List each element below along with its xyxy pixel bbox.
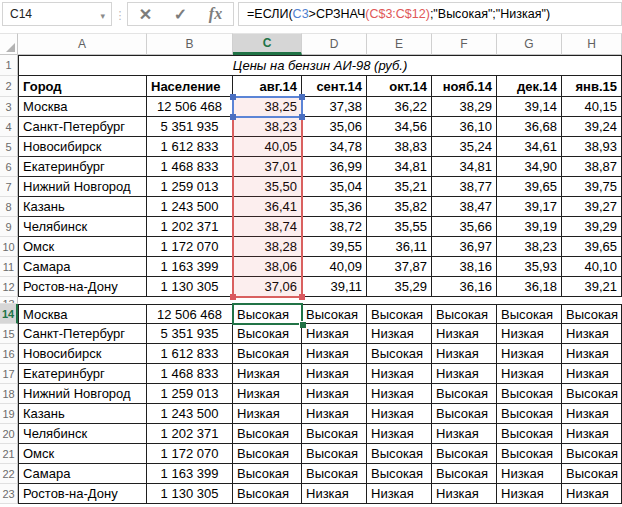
cell-D21[interactable]: Высокая: [302, 444, 367, 464]
cell-B16[interactable]: 1 612 833: [147, 344, 233, 364]
cell-C3[interactable]: 38,25: [233, 97, 302, 117]
cell-F15[interactable]: Низкая: [432, 324, 497, 344]
row-header-15[interactable]: 15: [0, 324, 18, 344]
row-header-18[interactable]: 18: [0, 384, 18, 404]
cell-D4[interactable]: 35,06: [302, 117, 367, 137]
cell-C9[interactable]: 38,74: [233, 217, 302, 237]
cell-G19[interactable]: Высокая: [497, 404, 562, 424]
cell-B23[interactable]: 1 130 305: [147, 484, 233, 504]
cell-H7[interactable]: 39,75: [562, 177, 622, 197]
cell-C16[interactable]: Высокая: [233, 344, 302, 364]
cell-G7[interactable]: 39,65: [497, 177, 562, 197]
cell-F11[interactable]: 38,16: [432, 257, 497, 277]
cell-B4[interactable]: 5 351 935: [147, 117, 233, 137]
row-header-1[interactable]: 1: [0, 55, 18, 76]
cell-E15[interactable]: Низкая: [367, 324, 432, 344]
cell-H20[interactable]: Низкая: [562, 424, 622, 444]
cell-B14[interactable]: 12 506 468: [147, 304, 233, 324]
cell-C8[interactable]: 36,41: [233, 197, 302, 217]
cell-C21[interactable]: Высокая: [233, 444, 302, 464]
cell-A6[interactable]: Екатеринбург: [18, 157, 147, 177]
row-header-13[interactable]: 13: [0, 297, 18, 304]
cell-H23[interactable]: Низкая: [562, 484, 622, 504]
cell-E18[interactable]: Низкая: [367, 384, 432, 404]
cell-G5[interactable]: 34,61: [497, 137, 562, 157]
cell-E16[interactable]: Высокая: [367, 344, 432, 364]
table-title-cell[interactable]: Цены на бензин АИ-98 (руб.): [18, 55, 622, 76]
fill-handle[interactable]: [299, 321, 306, 328]
column-header-D[interactable]: D: [302, 33, 367, 55]
cell-F8[interactable]: 38,47: [432, 197, 497, 217]
row-header-21[interactable]: 21: [0, 444, 18, 464]
cell-E22[interactable]: Высокая: [367, 464, 432, 484]
cell-B5[interactable]: 1 612 833: [147, 137, 233, 157]
cell-E4[interactable]: 34,56: [367, 117, 432, 137]
cell-F5[interactable]: 35,24: [432, 137, 497, 157]
cell-G18[interactable]: Высокая: [497, 384, 562, 404]
cell-D22[interactable]: Высокая: [302, 464, 367, 484]
cell-H8[interactable]: 39,27: [562, 197, 622, 217]
cell-G11[interactable]: 35,93: [497, 257, 562, 277]
name-box-dropdown-icon[interactable]: ▾: [100, 11, 105, 21]
cell-H21[interactable]: Высокая: [562, 444, 622, 464]
cell-F18[interactable]: Высокая: [432, 384, 497, 404]
cell-G16[interactable]: Низкая: [497, 344, 562, 364]
cell-H12[interactable]: 39,21: [562, 277, 622, 297]
cell-H15[interactable]: Низкая: [562, 324, 622, 344]
cell-D23[interactable]: Низкая: [302, 484, 367, 504]
cell-F9[interactable]: 35,66: [432, 217, 497, 237]
cell-F23[interactable]: Низкая: [432, 484, 497, 504]
cell-C4[interactable]: 38,23: [233, 117, 302, 137]
cell-A5[interactable]: Новосибирск: [18, 137, 147, 157]
cell-D20[interactable]: Высокая: [302, 424, 367, 444]
cell-B12[interactable]: 1 130 305: [147, 277, 233, 297]
column-header-G[interactable]: G: [497, 33, 562, 55]
cell-D16[interactable]: Низкая: [302, 344, 367, 364]
cell-H19[interactable]: Низкая: [562, 404, 622, 424]
cell-F20[interactable]: Низкая: [432, 424, 497, 444]
cell-D17[interactable]: Низкая: [302, 364, 367, 384]
row-header-10[interactable]: 10: [0, 237, 18, 257]
cell-A8[interactable]: Казань: [18, 197, 147, 217]
cell-A14[interactable]: Москва: [18, 304, 147, 324]
cell-A15[interactable]: Санкт-Петербург: [18, 324, 147, 344]
cell-C6[interactable]: 37,01: [233, 157, 302, 177]
cell-D15[interactable]: Низкая: [302, 324, 367, 344]
cell-A21[interactable]: Омск: [18, 444, 147, 464]
cell-E7[interactable]: 35,21: [367, 177, 432, 197]
cell-H3[interactable]: 40,15: [562, 97, 622, 117]
cell-D19[interactable]: Низкая: [302, 404, 367, 424]
cell-A22[interactable]: Самара: [18, 464, 147, 484]
cell-G20[interactable]: Высокая: [497, 424, 562, 444]
enter-icon[interactable]: ✓: [174, 5, 187, 24]
row-header-2[interactable]: 2: [0, 76, 18, 97]
column-header-H[interactable]: H: [562, 33, 622, 55]
cell-H14[interactable]: Высокая: [562, 304, 622, 324]
cell-E11[interactable]: 37,87: [367, 257, 432, 277]
insert-function-icon[interactable]: fx: [209, 5, 222, 23]
cell-G17[interactable]: Низкая: [497, 364, 562, 384]
cell-G12[interactable]: 36,18: [497, 277, 562, 297]
cell-C23[interactable]: Высокая: [233, 484, 302, 504]
column-header-A[interactable]: A: [18, 33, 147, 55]
cell-A11[interactable]: Самара: [18, 257, 147, 277]
header-cell-oct14[interactable]: окт.14: [367, 76, 432, 97]
cell-A4[interactable]: Санкт-Петербург: [18, 117, 147, 137]
row-header-6[interactable]: 6: [0, 157, 18, 177]
cell-A12[interactable]: Ростов-на-Дону: [18, 277, 147, 297]
cell-B22[interactable]: 1 163 399: [147, 464, 233, 484]
cell-B20[interactable]: 1 202 371: [147, 424, 233, 444]
header-cell-city[interactable]: Город: [18, 76, 147, 97]
cell-G4[interactable]: 36,68: [497, 117, 562, 137]
cell-G22[interactable]: Низкая: [497, 464, 562, 484]
cell-A19[interactable]: Казань: [18, 404, 147, 424]
cell-H11[interactable]: 40,10: [562, 257, 622, 277]
cell-E20[interactable]: Низкая: [367, 424, 432, 444]
cell-D7[interactable]: 35,04: [302, 177, 367, 197]
cell-E10[interactable]: 36,11: [367, 237, 432, 257]
column-header-C[interactable]: C: [233, 33, 302, 55]
cell-B15[interactable]: 5 351 935: [147, 324, 233, 344]
header-cell-nov14[interactable]: нояб.14: [432, 76, 497, 97]
cell-C15[interactable]: Высокая: [233, 324, 302, 344]
cell-B6[interactable]: 1 468 833: [147, 157, 233, 177]
